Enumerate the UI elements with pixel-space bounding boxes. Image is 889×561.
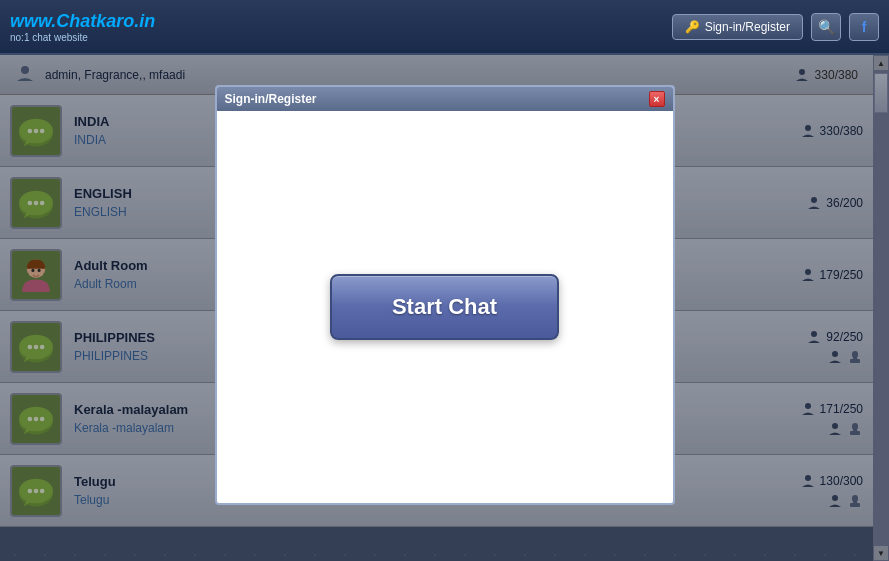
signin-register-button[interactable]: 🔑 Sign-in/Register [672, 14, 803, 40]
modal-titlebar: Sign-in/Register × [217, 87, 673, 111]
search-button[interactable]: 🔍 [811, 13, 841, 41]
header: www.Chatkaro.in no:1 chat website 🔑 Sign… [0, 0, 889, 55]
signin-icon: 🔑 [685, 20, 700, 34]
facebook-icon: f [862, 19, 867, 35]
modal-title: Sign-in/Register [225, 92, 649, 106]
search-icon: 🔍 [818, 19, 835, 35]
signin-modal: Sign-in/Register × Start Chat [215, 85, 675, 505]
logo-main: www.Chatkaro.in [10, 11, 155, 32]
modal-overlay: Sign-in/Register × Start Chat [0, 55, 889, 561]
start-chat-button[interactable]: Start Chat [330, 274, 559, 340]
facebook-button[interactable]: f [849, 13, 879, 41]
modal-close-button[interactable]: × [649, 91, 665, 107]
logo-sub: no:1 chat website [10, 32, 155, 43]
header-buttons: 🔑 Sign-in/Register 🔍 f [672, 13, 879, 41]
modal-body: Start Chat [217, 111, 673, 503]
logo-area: www.Chatkaro.in no:1 chat website [10, 11, 155, 43]
